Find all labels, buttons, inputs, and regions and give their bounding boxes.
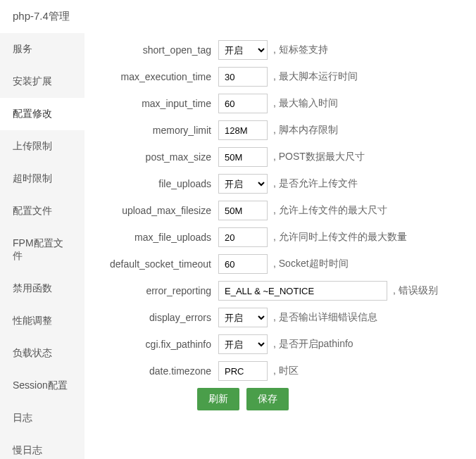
desc-max-input-time: , 最大输入时间 <box>273 97 338 110</box>
button-row: 刷新 保存 <box>197 388 462 410</box>
label-default-socket-timeout: default_socket_timeout <box>99 258 218 270</box>
desc-date-timezone: , 时区 <box>273 365 299 377</box>
row-cgi-fix-pathinfo: cgi.fix_pathinfo 开启 , 是否开启pathinfo <box>99 334 462 354</box>
label-memory-limit: memory_limit <box>99 125 218 136</box>
row-memory-limit: memory_limit , 脚本内存限制 <box>99 120 462 140</box>
input-post-max-size[interactable] <box>218 147 268 167</box>
row-max-input-time: max_input_time , 最大输入时间 <box>99 94 462 113</box>
row-max-execution-time: max_execution_time , 最大脚本运行时间 <box>99 67 462 87</box>
sidebar-item-load-status[interactable]: 负载状态 <box>0 337 84 370</box>
label-cgi-fix-pathinfo: cgi.fix_pathinfo <box>99 339 218 350</box>
row-display-errors: display_errors 开启 , 是否输出详细错误信息 <box>99 308 462 327</box>
sidebar-item-service[interactable]: 服务 <box>0 33 84 65</box>
sidebar-item-disabled-func[interactable]: 禁用函数 <box>0 272 84 305</box>
input-max-file-uploads[interactable] <box>218 227 268 247</box>
main-container: 服务 安装扩展 配置修改 上传限制 超时限制 配置文件 FPM配置文件 禁用函数… <box>0 33 476 459</box>
label-post-max-size: post_max_size <box>99 151 218 163</box>
desc-upload-max-filesize: , 允许上传文件的最大尺寸 <box>273 204 387 217</box>
row-short-open-tag: short_open_tag 开启 , 短标签支持 <box>99 40 462 60</box>
sidebar-item-timeout-limit[interactable]: 超时限制 <box>0 163 84 195</box>
sidebar-item-session-config[interactable]: Session配置 <box>0 370 84 402</box>
sidebar-item-log[interactable]: 日志 <box>0 402 84 434</box>
label-upload-max-filesize: upload_max_filesize <box>99 205 218 216</box>
desc-default-socket-timeout: , Socket超时时间 <box>273 258 349 270</box>
input-error-reporting[interactable] <box>218 281 387 301</box>
desc-post-max-size: , POST数据最大尺寸 <box>273 151 365 163</box>
row-date-timezone: date.timezone , 时区 <box>99 361 462 381</box>
label-file-uploads: file_uploads <box>99 178 218 189</box>
row-file-uploads: file_uploads 开启 , 是否允许上传文件 <box>99 174 462 194</box>
select-cgi-fix-pathinfo[interactable]: 开启 <box>218 334 268 354</box>
sidebar: 服务 安装扩展 配置修改 上传限制 超时限制 配置文件 FPM配置文件 禁用函数… <box>0 33 84 459</box>
row-max-file-uploads: max_file_uploads , 允许同时上传文件的最大数量 <box>99 227 462 247</box>
sidebar-item-config-edit[interactable]: 配置修改 <box>0 98 84 130</box>
label-max-file-uploads: max_file_uploads <box>99 232 218 243</box>
sidebar-item-config-file[interactable]: 配置文件 <box>0 195 84 227</box>
desc-error-reporting: , 错误级别 <box>393 284 438 297</box>
desc-short-open-tag: , 短标签支持 <box>273 44 328 56</box>
sidebar-item-fpm-config[interactable]: FPM配置文件 <box>0 227 84 272</box>
desc-cgi-fix-pathinfo: , 是否开启pathinfo <box>273 338 353 351</box>
desc-max-execution-time: , 最大脚本运行时间 <box>273 70 358 83</box>
content-area: short_open_tag 开启 , 短标签支持 max_execution_… <box>84 33 476 459</box>
sidebar-item-performance[interactable]: 性能调整 <box>0 305 84 337</box>
select-display-errors[interactable]: 开启 <box>218 308 268 327</box>
input-max-execution-time[interactable] <box>218 67 268 87</box>
select-file-uploads[interactable]: 开启 <box>218 174 268 194</box>
desc-memory-limit: , 脚本内存限制 <box>273 124 338 137</box>
select-short-open-tag[interactable]: 开启 <box>218 40 268 60</box>
sidebar-item-upload-limit[interactable]: 上传限制 <box>0 130 84 163</box>
label-max-input-time: max_input_time <box>99 98 218 109</box>
input-default-socket-timeout[interactable] <box>218 254 268 274</box>
row-upload-max-filesize: upload_max_filesize , 允许上传文件的最大尺寸 <box>99 201 462 220</box>
row-error-reporting: error_reporting , 错误级别 <box>99 281 462 301</box>
row-post-max-size: post_max_size , POST数据最大尺寸 <box>99 147 462 167</box>
label-max-execution-time: max_execution_time <box>99 71 218 82</box>
save-button[interactable]: 保存 <box>246 388 289 410</box>
label-display-errors: display_errors <box>99 312 218 323</box>
input-max-input-time[interactable] <box>218 94 268 113</box>
page-title: php-7.4管理 <box>0 0 476 33</box>
input-upload-max-filesize[interactable] <box>218 201 268 220</box>
input-memory-limit[interactable] <box>218 120 268 140</box>
input-date-timezone[interactable] <box>218 361 268 381</box>
desc-max-file-uploads: , 允许同时上传文件的最大数量 <box>273 231 407 244</box>
label-short-open-tag: short_open_tag <box>99 44 218 56</box>
refresh-button[interactable]: 刷新 <box>197 388 239 410</box>
sidebar-item-install-ext[interactable]: 安装扩展 <box>0 65 84 98</box>
desc-display-errors: , 是否输出详细错误信息 <box>273 311 377 324</box>
sidebar-item-slow-log[interactable]: 慢日志 <box>0 434 84 459</box>
row-default-socket-timeout: default_socket_timeout , Socket超时时间 <box>99 254 462 274</box>
desc-file-uploads: , 是否允许上传文件 <box>273 177 358 190</box>
label-error-reporting: error_reporting <box>99 285 218 296</box>
label-date-timezone: date.timezone <box>99 365 218 377</box>
